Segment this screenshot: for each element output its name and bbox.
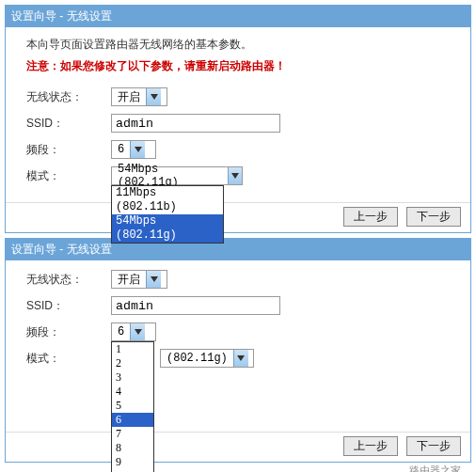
channel-option[interactable]: 1 bbox=[112, 342, 153, 356]
label-status: 无线状态： bbox=[26, 272, 111, 288]
button-row-bottom: 上一步 下一步 bbox=[6, 432, 470, 462]
label-ssid: SSID： bbox=[26, 298, 111, 314]
prev-button[interactable]: 上一步 bbox=[343, 436, 398, 456]
row-mode: 模式： 54Mbps (802.11g) 11Mbps (802.11b) 54… bbox=[26, 166, 450, 185]
row-ssid: SSID： bbox=[26, 114, 450, 133]
ssid-input[interactable] bbox=[111, 114, 280, 133]
panel-title: 设置向导 - 无线设置 bbox=[6, 6, 470, 27]
watermark: 路由器之家 luyouqi520.com bbox=[0, 463, 476, 472]
wizard-panel-top: 设置向导 - 无线设置 本向导页面设置路由器无线网络的基本参数。 注意：如果您修… bbox=[5, 5, 471, 233]
channel-option[interactable]: 2 bbox=[112, 356, 153, 370]
mode-option-11mbps[interactable]: 11Mbps (802.11b) bbox=[112, 186, 223, 214]
channel-option[interactable]: 3 bbox=[112, 370, 153, 385]
label-mode: 模式： bbox=[26, 168, 111, 184]
mode-extra-value: (802.11g) bbox=[161, 352, 233, 365]
row-channel: 频段： 6 bbox=[26, 140, 450, 159]
label-mode: 模式： bbox=[26, 351, 111, 367]
channel-value: 6 bbox=[112, 143, 130, 156]
row-ssid: SSID： bbox=[26, 296, 450, 315]
channel-option[interactable]: 6 bbox=[112, 413, 153, 427]
dropdown-icon[interactable] bbox=[130, 141, 145, 158]
ssid-input[interactable] bbox=[111, 296, 280, 315]
panel-body-bottom: 无线状态： 开启 SSID： 频段： 6 1 2 3 4 5 6 7 bbox=[6, 260, 470, 432]
channel-option[interactable]: 8 bbox=[112, 441, 153, 455]
row-status: 无线状态： 开启 bbox=[26, 270, 450, 289]
svg-marker-2 bbox=[231, 173, 239, 179]
svg-marker-3 bbox=[151, 276, 158, 282]
svg-marker-5 bbox=[237, 355, 245, 361]
dropdown-icon[interactable] bbox=[228, 167, 242, 184]
mode-select[interactable]: 54Mbps (802.11g) bbox=[111, 166, 243, 185]
dropdown-icon[interactable] bbox=[146, 271, 161, 288]
watermark-title: 路由器之家 bbox=[15, 464, 461, 472]
dropdown-icon[interactable] bbox=[233, 350, 248, 367]
channel-value: 6 bbox=[112, 325, 130, 338]
dropdown-icon[interactable] bbox=[146, 88, 161, 105]
wireless-status-select[interactable]: 开启 bbox=[111, 270, 167, 289]
channel-option[interactable]: 5 bbox=[112, 399, 153, 413]
svg-marker-1 bbox=[135, 147, 142, 152]
wireless-status-value: 开启 bbox=[112, 89, 146, 105]
wizard-panel-bottom: 设置向导 - 无线设置 无线状态： 开启 SSID： 频段： 6 1 2 3 4 bbox=[5, 238, 471, 463]
prev-button[interactable]: 上一步 bbox=[343, 207, 398, 227]
channel-option[interactable]: 9 bbox=[112, 455, 153, 469]
label-channel: 频段： bbox=[26, 142, 111, 158]
row-channel: 频段： 6 1 2 3 4 5 6 7 8 9 10 11 12 13 bbox=[26, 323, 450, 341]
description-text: 本向导页面设置路由器无线网络的基本参数。 bbox=[26, 37, 450, 53]
label-channel: 频段： bbox=[26, 324, 111, 340]
svg-marker-4 bbox=[135, 329, 142, 335]
channel-option[interactable]: 7 bbox=[112, 427, 153, 441]
channel-option[interactable]: 4 bbox=[112, 385, 153, 399]
label-ssid: SSID： bbox=[26, 116, 111, 132]
mode-dropdown-list: 11Mbps (802.11b) 54Mbps (802.11g) bbox=[111, 185, 224, 244]
svg-marker-0 bbox=[151, 94, 158, 100]
wireless-status-value: 开启 bbox=[112, 272, 146, 288]
panel-body-top: 本向导页面设置路由器无线网络的基本参数。 注意：如果您修改了以下参数，请重新启动… bbox=[6, 27, 470, 202]
row-mode: 模式： (802.11g) bbox=[26, 349, 450, 368]
channel-select[interactable]: 6 bbox=[111, 140, 156, 159]
warning-text: 注意：如果您修改了以下参数，请重新启动路由器！ bbox=[26, 58, 450, 74]
wireless-status-select[interactable]: 开启 bbox=[111, 87, 167, 106]
panel-title: 设置向导 - 无线设置 bbox=[6, 239, 470, 260]
dropdown-icon[interactable] bbox=[130, 323, 145, 340]
next-button[interactable]: 下一步 bbox=[406, 436, 461, 456]
mode-select[interactable]: (802.11g) bbox=[160, 349, 254, 368]
channel-dropdown-list: 1 2 3 4 5 6 7 8 9 10 11 12 13 bbox=[111, 341, 154, 472]
channel-select[interactable]: 6 bbox=[111, 323, 156, 341]
button-row-top: 上一步 下一步 bbox=[6, 202, 470, 232]
label-status: 无线状态： bbox=[26, 89, 111, 105]
mode-option-54mbps[interactable]: 54Mbps (802.11g) bbox=[112, 214, 223, 243]
next-button[interactable]: 下一步 bbox=[406, 207, 461, 227]
row-status: 无线状态： 开启 bbox=[26, 87, 450, 106]
